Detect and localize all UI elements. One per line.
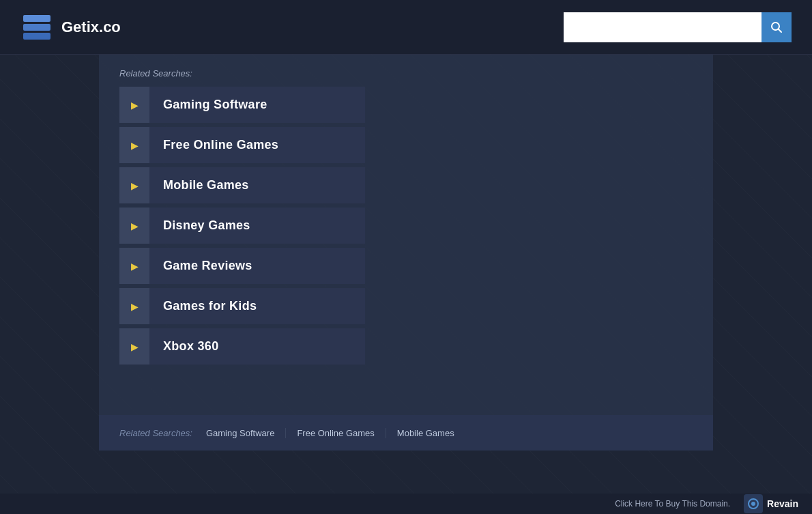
search-item-arrow-free-online-games: ▶	[119, 127, 149, 163]
svg-rect-0	[23, 15, 50, 22]
search-icon	[770, 21, 783, 33]
bottom-bar: Click Here To Buy This Domain. Revain	[0, 494, 812, 514]
svg-rect-2	[23, 33, 50, 40]
search-item-label-disney-games: Disney Games	[149, 208, 365, 244]
footer-link-free-online-games[interactable]: Free Online Games	[286, 428, 386, 438]
search-item-arrow-games-for-kids: ▶	[119, 288, 149, 324]
svg-point-6	[751, 502, 755, 506]
search-item-label-games-for-kids: Games for Kids	[149, 288, 365, 324]
search-item-label-game-reviews: Game Reviews	[149, 248, 365, 284]
search-input[interactable]	[564, 12, 762, 42]
svg-line-4	[779, 29, 782, 32]
main-content: Related Searches: ▶Gaming Software▶Free …	[99, 55, 713, 451]
search-item-free-online-games[interactable]: ▶Free Online Games	[119, 127, 365, 163]
search-item-gaming-software[interactable]: ▶Gaming Software	[119, 87, 365, 123]
search-item-label-mobile-games: Mobile Games	[149, 167, 365, 203]
footer-bar: Related Searches: Gaming SoftwareFree On…	[99, 415, 713, 451]
revain-icon	[744, 494, 763, 513]
footer-links: Gaming SoftwareFree Online GamesMobile G…	[206, 428, 465, 438]
footer-link-gaming-software[interactable]: Gaming Software	[206, 428, 286, 438]
search-item-arrow-xbox-360: ▶	[119, 328, 149, 365]
logo-text: Getix.co	[61, 18, 121, 36]
footer-related-label: Related Searches:	[119, 428, 192, 438]
header: Getix.co	[0, 0, 812, 55]
revain-badge: Revain	[744, 494, 798, 513]
search-item-games-for-kids[interactable]: ▶Games for Kids	[119, 288, 365, 324]
revain-label: Revain	[767, 498, 798, 509]
search-container	[564, 12, 792, 42]
search-item-label-xbox-360: Xbox 360	[149, 328, 365, 365]
search-button[interactable]	[762, 12, 792, 42]
search-item-arrow-disney-games: ▶	[119, 208, 149, 244]
search-item-disney-games[interactable]: ▶Disney Games	[119, 208, 365, 244]
logo-icon	[20, 11, 53, 44]
search-list: ▶Gaming Software▶Free Online Games▶Mobil…	[119, 87, 365, 365]
footer-link-mobile-games[interactable]: Mobile Games	[386, 428, 465, 438]
search-item-mobile-games[interactable]: ▶Mobile Games	[119, 167, 365, 203]
search-item-xbox-360[interactable]: ▶Xbox 360	[119, 328, 365, 365]
search-item-arrow-mobile-games: ▶	[119, 167, 149, 203]
search-item-arrow-game-reviews: ▶	[119, 248, 149, 284]
related-searches-label: Related Searches:	[119, 68, 693, 78]
buy-domain-text[interactable]: Click Here To Buy This Domain.	[615, 499, 730, 509]
revain-logo-icon	[747, 498, 759, 510]
search-item-label-free-online-games: Free Online Games	[149, 127, 365, 163]
search-item-arrow-gaming-software: ▶	[119, 87, 149, 123]
svg-rect-1	[23, 24, 50, 31]
logo-container: Getix.co	[20, 11, 121, 44]
search-item-game-reviews[interactable]: ▶Game Reviews	[119, 248, 365, 284]
search-item-label-gaming-software: Gaming Software	[149, 87, 365, 123]
